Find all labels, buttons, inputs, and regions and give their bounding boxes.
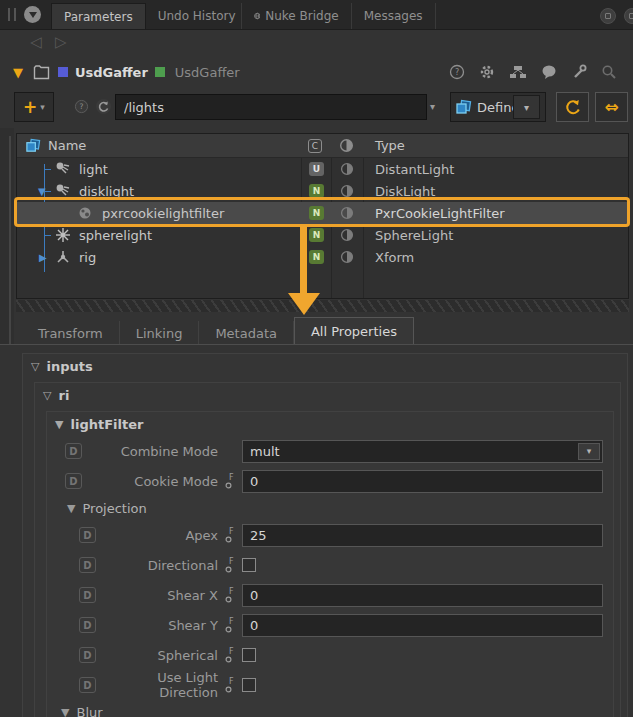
path-help-icon[interactable]: ? (74, 99, 89, 114)
tab-parameters[interactable]: Parameters (51, 3, 146, 29)
layer-badge: N (309, 184, 324, 198)
forward-icon[interactable]: ▷ (55, 33, 67, 51)
path-input[interactable] (124, 100, 426, 115)
tree-row-light[interactable]: light U DistantLight (17, 158, 628, 180)
state-pin-icon[interactable]: F (225, 556, 236, 574)
tab-undo-history[interactable]: Undo History (146, 3, 242, 29)
annotation-arrowhead (288, 293, 320, 315)
layer-badge: N (309, 206, 324, 220)
default-state-badge[interactable]: D (79, 647, 96, 663)
collapse-icon[interactable]: ▼ (38, 186, 46, 197)
default-state-badge[interactable]: D (79, 557, 96, 573)
scenegraph-path-input[interactable] (115, 94, 427, 120)
svg-text:?: ? (455, 68, 459, 77)
tab-linking[interactable]: Linking (120, 321, 200, 345)
tree-row-label: pxrcookielightfilter (102, 206, 224, 221)
expand-icon[interactable]: ▶ (39, 252, 47, 263)
group-projection-header[interactable]: ▼ Projection (47, 496, 613, 520)
tree-row-pxrcookielightfilter[interactable]: pxrcookielightfilter N PxrCookieLightFil… (17, 202, 628, 224)
node-state-swatch[interactable] (155, 67, 165, 77)
tab-nuke-bridge[interactable]: Nuke Bridge (242, 3, 352, 29)
apex-field[interactable] (242, 524, 603, 547)
tab-messages[interactable]: Messages (352, 3, 436, 29)
half-circle-column-icon[interactable] (339, 138, 354, 153)
collapse-node-icon[interactable]: ▼ (13, 65, 23, 80)
property-tabs: Transform Linking Metadata All Propertie… (16, 317, 633, 345)
combine-mode-label: Combine Mode (82, 444, 218, 459)
apex-input[interactable] (250, 528, 602, 543)
help-icon[interactable]: ? (449, 64, 465, 80)
tab-all-properties[interactable]: All Properties (294, 317, 414, 345)
state-pin-icon[interactable]: F (225, 472, 236, 490)
define-arrow-button[interactable]: ▾ (513, 95, 540, 119)
state-pin-icon[interactable]: F (225, 646, 236, 664)
svg-text:F: F (229, 557, 234, 566)
row-spherical: D Spherical F (47, 640, 613, 670)
sync-button[interactable] (556, 92, 589, 122)
wrench-icon[interactable] (571, 64, 587, 80)
float-pane-icon[interactable] (600, 8, 616, 24)
shear-y-field[interactable] (242, 614, 603, 637)
shear-x-input[interactable] (250, 588, 602, 603)
path-dropdown-icon[interactable]: ▾ (430, 101, 435, 112)
group-blur-header[interactable]: ▼ Blur (47, 700, 613, 717)
svg-text:F: F (229, 677, 234, 686)
cookie-mode-label: Cookie Mode (82, 474, 218, 489)
node-name: UsdGaffer (75, 65, 148, 80)
row-combine-mode: D Combine Mode mult ▾ (47, 436, 613, 466)
default-state-badge[interactable]: D (79, 587, 96, 603)
svg-text:?: ? (80, 102, 84, 111)
default-state-badge[interactable]: D (79, 617, 96, 633)
pane-splitter[interactable] (16, 300, 629, 312)
shear-y-input[interactable] (250, 618, 602, 633)
tree-row-disklight[interactable]: ▼ disklight N DiskLight (17, 180, 628, 202)
default-state-badge[interactable]: D (79, 677, 96, 693)
c-column-icon[interactable]: C (308, 139, 322, 153)
tab-transform[interactable]: Transform (16, 321, 120, 345)
row-shear-y: D Shear Y F (47, 610, 613, 640)
state-pin-icon[interactable]: F (225, 586, 236, 604)
back-icon[interactable]: ◁ (30, 33, 42, 51)
expand-collapse-button[interactable]: ⇔ (595, 92, 628, 122)
maximize-pane-icon[interactable] (624, 8, 633, 24)
group-inputs-header[interactable]: ▽ inputs (23, 354, 627, 378)
spherical-checkbox[interactable] (242, 648, 256, 662)
node-color-swatch[interactable] (58, 67, 68, 77)
group-lightfilter-header[interactable]: ▼ lightFilter (47, 412, 613, 436)
group-ri-header[interactable]: ▽ ri (35, 383, 620, 407)
type-column-label[interactable]: Type (375, 138, 405, 153)
combine-mode-dropdown[interactable]: mult ▾ (242, 440, 603, 463)
pane-drag-handle[interactable] (8, 8, 16, 21)
gear-icon[interactable] (479, 64, 495, 80)
tree-row-type: DistantLight (375, 162, 454, 177)
sphere-light-icon (55, 227, 71, 243)
default-state-badge[interactable]: D (65, 473, 82, 489)
shear-x-field[interactable] (242, 584, 603, 607)
default-state-badge[interactable]: D (65, 443, 82, 459)
search-icon[interactable] (601, 64, 617, 80)
chevron-down-icon[interactable]: ▾ (578, 443, 600, 460)
use-light-direction-checkbox[interactable] (242, 678, 256, 692)
pane-menu-icon[interactable] (24, 6, 41, 23)
group-lightfilter-title: lightFilter (70, 417, 143, 432)
tree-row-rig[interactable]: ▶ rig N Xform (17, 246, 628, 268)
globe-icon (254, 10, 261, 22)
directional-checkbox[interactable] (242, 558, 256, 572)
collapse-icon: ▼ (55, 418, 63, 431)
state-pin-icon[interactable]: F (225, 526, 236, 544)
svg-text:F: F (229, 527, 234, 536)
tree-row-spherelight[interactable]: spherelight N SphereLight (17, 224, 628, 246)
revert-path-icon[interactable] (95, 98, 112, 115)
name-column-label[interactable]: Name (48, 138, 86, 153)
state-pin-icon[interactable]: F (225, 676, 236, 694)
state-pin-icon[interactable]: F (225, 616, 236, 634)
define-cube-icon (455, 99, 472, 116)
tab-metadata[interactable]: Metadata (199, 321, 294, 345)
node-graph-icon[interactable] (509, 64, 527, 80)
add-location-button[interactable]: + ▾ (14, 92, 54, 122)
default-state-badge[interactable]: D (79, 527, 96, 543)
collapse-icon: ▼ (67, 502, 75, 515)
cookie-mode-field[interactable] (242, 470, 603, 493)
cookie-mode-input[interactable] (250, 474, 602, 489)
comment-icon[interactable] (541, 64, 557, 80)
